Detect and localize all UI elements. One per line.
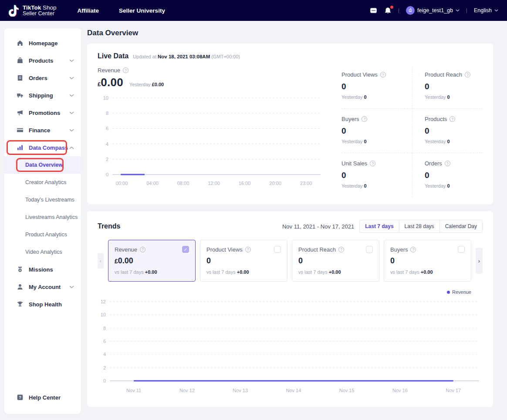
help-tooltip-icon[interactable] bbox=[445, 161, 450, 166]
tiktok-note-icon bbox=[9, 5, 19, 17]
sidebar-item-label: Products bbox=[29, 57, 53, 64]
svg-text:0: 0 bbox=[106, 172, 108, 177]
trend-card-checkbox[interactable] bbox=[458, 246, 465, 253]
sidebar-item-homepage[interactable]: Homepage bbox=[4, 34, 81, 52]
svg-text:10: 10 bbox=[103, 95, 108, 101]
language-selector[interactable]: English bbox=[474, 7, 498, 13]
help-tooltip-icon[interactable] bbox=[370, 161, 375, 166]
sidebar-subitem-video-analytics[interactable]: Video Analytics bbox=[4, 243, 81, 261]
chevron-down-icon bbox=[69, 286, 74, 289]
carousel-left-arrow[interactable]: ‹ bbox=[98, 253, 104, 269]
sidebar-item-shop-health[interactable]: Shop Health bbox=[4, 296, 81, 313]
legend-label: Revenue bbox=[452, 289, 471, 295]
avatar bbox=[406, 6, 415, 15]
trend-card-label: Revenue bbox=[115, 246, 137, 253]
sidebar-subitem-creator-analytics[interactable]: Creator Analytics bbox=[4, 174, 81, 191]
metric-buyers: Buyers0Yesterday 0 bbox=[341, 108, 412, 153]
trend-card-checkbox[interactable] bbox=[182, 246, 189, 253]
topnav-affiliate[interactable]: Affiliate bbox=[78, 7, 99, 14]
metric-yesterday: Yesterday 0 bbox=[425, 139, 483, 144]
sidebar-item-help-center[interactable]: ? Help Center bbox=[4, 389, 81, 414]
carousel-right-arrow[interactable]: › bbox=[476, 248, 483, 274]
trend-card-label: Product Views bbox=[206, 246, 243, 253]
trend-card-value: 0 bbox=[390, 256, 395, 265]
metric-yesterday: Yesterday 0 bbox=[425, 183, 483, 188]
trend-card-checkbox[interactable] bbox=[366, 246, 373, 253]
orders-icon bbox=[17, 74, 24, 81]
legend-dot-icon bbox=[447, 291, 450, 294]
sidebar-item-shipping[interactable]: Shipping bbox=[4, 87, 81, 104]
metric-yesterday: Yesterday 0 bbox=[341, 94, 412, 100]
sidebar-subitem-today-s-livestreams[interactable]: Today's Livestreams bbox=[4, 191, 81, 208]
trend-card-product-reach[interactable]: Product Reach0vs last 7 days +0.00 bbox=[292, 240, 379, 282]
svg-text:23:00: 23:00 bbox=[300, 181, 312, 186]
trend-card-compare: vs last 7 days +0.00 bbox=[390, 269, 465, 275]
chevron-down-icon bbox=[69, 111, 74, 114]
trend-metric-cards: Revenue£0.00vs last 7 days +0.00Product … bbox=[108, 240, 471, 282]
sidebar-item-products[interactable]: Products bbox=[4, 52, 81, 69]
sidebar-subitem-livestreams-analytics[interactable]: Livestreams Analytics bbox=[4, 208, 81, 226]
range-button-group: Last 7 daysLast 28 daysCalendar Day bbox=[359, 220, 483, 233]
sidebar: HomepageProductsOrdersShippingPromotions… bbox=[4, 28, 81, 414]
sidebar-item-missions[interactable]: Missions bbox=[4, 261, 81, 278]
sidebar-item-my-account[interactable]: My Account bbox=[4, 278, 81, 296]
range-button-last-7-days[interactable]: Last 7 days bbox=[360, 220, 399, 232]
chevron-down-icon bbox=[69, 77, 74, 80]
metric-yesterday: Yesterday 0 bbox=[341, 139, 412, 144]
help-tooltip-icon[interactable] bbox=[140, 247, 145, 252]
chevron-down-icon bbox=[494, 9, 498, 12]
help-tooltip-icon[interactable] bbox=[450, 116, 455, 122]
metric-label: Unit Sales bbox=[341, 160, 367, 167]
messages-icon[interactable] bbox=[370, 7, 377, 14]
user-menu[interactable]: feige_test1_gb bbox=[406, 6, 460, 15]
svg-text:8: 8 bbox=[106, 111, 108, 116]
metric-label: Product Views bbox=[341, 71, 378, 78]
help-tooltip-icon[interactable] bbox=[123, 67, 128, 73]
svg-text:Nov 17: Nov 17 bbox=[446, 388, 461, 393]
svg-text:8: 8 bbox=[103, 326, 106, 331]
shipping-icon bbox=[17, 92, 24, 99]
notification-dot bbox=[390, 6, 393, 9]
trend-card-value: 0 bbox=[206, 256, 211, 265]
trend-card-checkbox[interactable] bbox=[274, 246, 281, 253]
help-tooltip-icon[interactable] bbox=[380, 72, 386, 77]
range-button-last-28-days[interactable]: Last 28 days bbox=[399, 220, 439, 232]
sidebar-item-finance[interactable]: Finance bbox=[4, 121, 81, 139]
svg-text:?: ? bbox=[19, 395, 21, 400]
tiktok-logo[interactable]: TikTok Shop Seller Center bbox=[9, 4, 57, 17]
topnav-seller-university[interactable]: Seller University bbox=[119, 7, 165, 14]
trend-card-label: Product Reach bbox=[298, 246, 336, 253]
sidebar-item-promotions[interactable]: Promotions bbox=[4, 104, 81, 121]
help-tooltip-icon[interactable] bbox=[465, 72, 470, 77]
trend-card-product-views[interactable]: Product Views0vs last 7 days +0.00 bbox=[200, 240, 287, 282]
sidebar-item-orders[interactable]: Orders bbox=[4, 69, 81, 87]
svg-text:00:00: 00:00 bbox=[116, 181, 128, 186]
help-tooltip-icon[interactable] bbox=[338, 247, 344, 252]
notifications-bell-icon[interactable] bbox=[384, 7, 392, 14]
sidebar-item-label: Finance bbox=[29, 127, 50, 134]
chevron-down-icon bbox=[456, 9, 460, 12]
sidebar-item-data-compass[interactable]: Data Compass bbox=[4, 139, 81, 156]
svg-text:Nov 12: Nov 12 bbox=[179, 388, 195, 393]
svg-text:Nov 13: Nov 13 bbox=[233, 388, 248, 393]
trend-card-revenue[interactable]: Revenue£0.00vs last 7 days +0.00 bbox=[108, 240, 196, 282]
help-tooltip-icon[interactable] bbox=[362, 116, 367, 122]
data-compass-icon bbox=[17, 144, 24, 151]
svg-text:Nov 11: Nov 11 bbox=[126, 388, 141, 393]
sidebar-subitem-label: Video Analytics bbox=[25, 249, 62, 255]
help-tooltip-icon[interactable] bbox=[410, 247, 416, 252]
topbar: TikTok Shop Seller Center AffiliateSelle… bbox=[0, 0, 507, 21]
trends-revenue-chart: 121086420Nov 11Nov 12Nov 13Nov 14Nov 15N… bbox=[98, 297, 483, 395]
sidebar-subitem-data-overview[interactable]: Data Overview bbox=[4, 156, 81, 174]
metric-unit-sales: Unit Sales0Yesterday 0 bbox=[341, 153, 412, 197]
trends-title: Trends bbox=[98, 222, 120, 230]
revenue-value: 0.00 bbox=[101, 76, 123, 89]
chevron-down-icon bbox=[69, 129, 74, 132]
sidebar-subitem-product-analytics[interactable]: Product Analytics bbox=[4, 226, 81, 243]
sidebar-subitem-label: Data Overview bbox=[25, 162, 63, 168]
trend-card-buyers[interactable]: Buyers0vs last 7 days +0.00 bbox=[384, 240, 471, 282]
main-content: Data Overview Live Data Updated at Nov 1… bbox=[87, 21, 493, 420]
range-button-calendar-day[interactable]: Calendar Day bbox=[439, 220, 482, 232]
svg-text:12:00: 12:00 bbox=[208, 181, 220, 186]
help-tooltip-icon[interactable] bbox=[245, 247, 251, 252]
